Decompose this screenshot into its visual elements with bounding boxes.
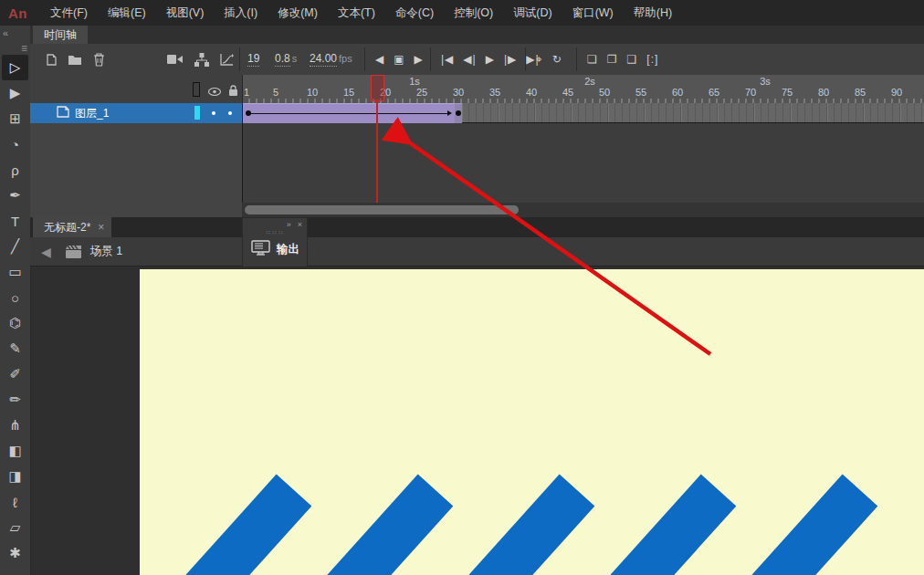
- collapse-panel-icon[interactable]: «: [3, 27, 8, 38]
- menu-item-4[interactable]: 插入(I): [214, 0, 268, 26]
- ruler-frame-40: 40: [526, 87, 537, 98]
- tool-rectangle[interactable]: ▭: [2, 259, 28, 285]
- end-keyframe-cell[interactable]: [455, 103, 462, 124]
- ruler-frame-5: 5: [273, 87, 278, 98]
- close-document-icon[interactable]: ×: [98, 217, 104, 237]
- lock-icon[interactable]: [225, 82, 241, 99]
- ruler-frame-90: 90: [891, 87, 902, 98]
- menu-item-8[interactable]: 控制(O): [444, 0, 503, 26]
- delete-layer-button[interactable]: [90, 51, 107, 68]
- menu-item-1[interactable]: 文件(F): [40, 0, 98, 26]
- tool-pen[interactable]: ✒: [2, 183, 28, 208]
- timeline-toolbar: 19 0.8s 24.00fps ◀▣▶ |◀◀|▶|▶▶| ⌖↻ ❏❐❑[:]: [30, 44, 924, 76]
- onion-skin-button[interactable]: ❏: [587, 53, 598, 66]
- tool-bone[interactable]: ⋔: [2, 413, 28, 438]
- tool-list: ▷▶⊞◔ρ✒T╱▭○⌬✎✐✏⋔◧◨ℓ▱✱: [0, 55, 30, 566]
- timeline-scrollbar-thumb[interactable]: [245, 205, 519, 214]
- expand-panel-icon[interactable]: »: [287, 220, 291, 229]
- tool-oval[interactable]: ○: [2, 285, 28, 310]
- layer-row[interactable]: 图层_1: [30, 103, 242, 123]
- step-forward-button[interactable]: |▶: [504, 53, 517, 66]
- menu-item-7[interactable]: 命令(C): [385, 0, 444, 26]
- playhead[interactable]: [371, 75, 384, 101]
- tool-text[interactable]: T: [2, 208, 28, 234]
- tool-ink-bottle[interactable]: ◨: [2, 464, 28, 489]
- tool-subselection[interactable]: ▶: [2, 80, 28, 106]
- menu-item-3[interactable]: 视图(V): [156, 0, 215, 26]
- tool-pencil[interactable]: ✎: [2, 336, 28, 361]
- prev-keyframe-button[interactable]: ◀: [375, 53, 384, 66]
- insert-keyframe-button[interactable]: ▣: [394, 53, 404, 66]
- layer-outline-color-swatch[interactable]: [194, 106, 200, 120]
- empty-frames[interactable]: [462, 103, 924, 123]
- document-title: 无标题-2*: [44, 217, 90, 237]
- center-frame-button[interactable]: ⌖: [536, 53, 543, 66]
- tool-brush[interactable]: ✏: [2, 387, 28, 413]
- menu-item-11[interactable]: 帮助(H): [624, 0, 682, 26]
- outline-column-icon[interactable]: [193, 82, 200, 97]
- tab-timeline[interactable]: 时间轴: [33, 26, 88, 44]
- tool-line[interactable]: ╱: [2, 234, 28, 259]
- add-camera-button[interactable]: [166, 51, 183, 68]
- ruler-second-3s: 3s: [760, 76, 771, 87]
- output-panel-button[interactable]: 输出: [243, 236, 307, 259]
- tool-free-transform[interactable]: ⊞: [2, 106, 28, 131]
- tool-selection[interactable]: ▷: [2, 55, 28, 80]
- frame-rate-field[interactable]: 24.00fps: [310, 52, 352, 65]
- next-keyframe-button[interactable]: ▶: [415, 53, 424, 66]
- scene-breadcrumb[interactable]: 场景 1: [90, 244, 122, 259]
- menu-item-6[interactable]: 文本(T): [328, 0, 385, 26]
- menu-item-10[interactable]: 窗口(W): [562, 0, 624, 26]
- end-keyframe-dot[interactable]: [456, 110, 461, 116]
- layer-page-icon: [57, 105, 69, 121]
- ruler-frame-80: 80: [818, 87, 829, 98]
- layer-unlocked-dot[interactable]: [228, 111, 232, 115]
- motion-tween-span[interactable]: [243, 103, 455, 124]
- layer-frames-row[interactable]: [242, 103, 924, 123]
- eye-icon[interactable]: [206, 83, 223, 99]
- loop-button[interactable]: ↻: [552, 53, 562, 66]
- tool-paint-brush[interactable]: ✐: [2, 361, 28, 387]
- start-keyframe-dot[interactable]: [246, 110, 251, 116]
- tool-eraser[interactable]: ▱: [2, 515, 28, 540]
- back-arrow-icon[interactable]: ◀: [41, 245, 51, 259]
- play-button[interactable]: ▶: [486, 53, 495, 66]
- layer-depth-button[interactable]: [218, 51, 235, 68]
- output-panel-label: 输出: [277, 242, 299, 257]
- panel-grip-icon[interactable]: ≡: [21, 42, 27, 55]
- menu-item-2[interactable]: 编辑(E): [98, 0, 156, 26]
- separator: [364, 47, 365, 71]
- menu-bar: An 文件(F)编辑(E)视图(V)插入(I)修改(M)文本(T)命令(C)控制…: [0, 0, 924, 26]
- new-layer-button[interactable]: [43, 51, 59, 68]
- tool-polystar[interactable]: ⌬: [2, 310, 28, 336]
- current-frame-field[interactable]: 19: [247, 52, 259, 65]
- tab-document[interactable]: 无标题-2* ×: [33, 217, 111, 237]
- tool-rotation-3d[interactable]: ◔: [2, 131, 28, 157]
- ruler-frame-60: 60: [672, 87, 683, 98]
- new-folder-button[interactable]: [67, 51, 83, 68]
- tool-asset-warp[interactable]: ✱: [2, 540, 28, 566]
- pasteboard: [30, 266, 924, 575]
- edit-multiple-frames-button[interactable]: ❑: [627, 53, 638, 66]
- step-back-button[interactable]: ◀|: [463, 53, 476, 66]
- ruler-frame-10: 10: [307, 87, 318, 98]
- ruler-frame-65: 65: [709, 87, 719, 98]
- panel-gripper[interactable]: ⠿⠿⠿: [243, 230, 307, 236]
- timeline-ruler[interactable]: 1510152025303540455055606570758085901s2s…: [242, 75, 924, 103]
- close-panel-icon[interactable]: ×: [298, 220, 302, 229]
- layer-parenting-button[interactable]: [194, 51, 210, 68]
- onion-skin-outlines-button[interactable]: ❐: [607, 53, 618, 66]
- elapsed-time-field[interactable]: 0.8s: [275, 52, 297, 65]
- menu-item-5[interactable]: 修改(M): [268, 0, 328, 26]
- tool-lasso[interactable]: ρ: [2, 157, 28, 183]
- layer-visible-dot[interactable]: [212, 111, 215, 115]
- tween-arrow-line: [249, 113, 448, 114]
- timeline-panel: 时间轴 19 0.8s 24.00fps ◀▣▶: [30, 26, 924, 217]
- modify-markers-button[interactable]: [:]: [646, 53, 658, 66]
- go-first-frame-button[interactable]: |◀: [441, 53, 454, 66]
- tool-paint-bucket[interactable]: ◧: [2, 438, 28, 464]
- ruler-frame-15: 15: [343, 87, 354, 98]
- tool-eyedropper[interactable]: ℓ: [2, 489, 28, 515]
- menu-item-9[interactable]: 调试(D): [503, 0, 562, 26]
- layer-name[interactable]: 图层_1: [75, 106, 109, 121]
